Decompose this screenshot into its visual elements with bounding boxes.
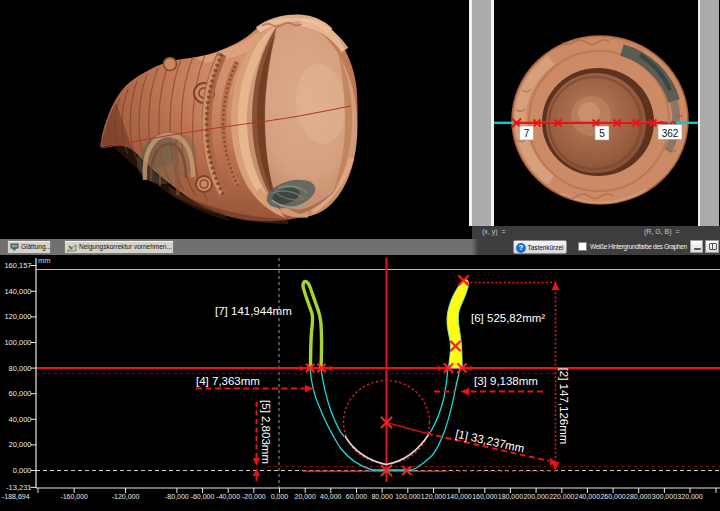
svg-text:80,000: 80,000 (9, 364, 32, 373)
svg-text:-13,231: -13,231 (6, 483, 31, 492)
svg-text:220,000: 220,000 (549, 493, 574, 500)
svg-text:120,000: 120,000 (4, 312, 31, 321)
svg-text:60,000: 60,000 (9, 389, 32, 398)
svg-text:5: 5 (599, 128, 605, 139)
svg-text:160,157: 160,157 (4, 261, 31, 270)
svg-text:100,000: 100,000 (4, 338, 31, 347)
svg-text:260,000: 260,000 (600, 493, 625, 500)
svg-text:200,000: 200,000 (523, 493, 548, 500)
svg-text:20,000: 20,000 (9, 440, 32, 449)
svg-text:160,000: 160,000 (472, 493, 497, 500)
svg-text:[3] 9,138mm: [3] 9,138mm (474, 375, 538, 387)
svg-text:-188,694: -188,694 (2, 493, 30, 500)
svg-text:[7] 141,944mm: [7] 141,944mm (215, 305, 292, 317)
svg-text:140,000: 140,000 (446, 493, 471, 500)
svg-text:-60,000: -60,000 (191, 493, 215, 500)
svg-text:80,000: 80,000 (371, 493, 393, 500)
svg-text:40,000: 40,000 (320, 493, 342, 500)
svg-text:[4] 7,363mm: [4] 7,363mm (196, 375, 260, 387)
svg-text:140,000: 140,000 (4, 287, 31, 296)
svg-text:-80,000: -80,000 (165, 493, 189, 500)
svg-text:[2] 147,126mm: [2] 147,126mm (558, 368, 570, 445)
svg-text:0,000: 0,000 (13, 466, 32, 475)
svg-text:-20,000: -20,000 (242, 493, 266, 500)
svg-text:100,000: 100,000 (395, 493, 420, 500)
svg-text:40,000: 40,000 (9, 415, 32, 424)
svg-text:120,000: 120,000 (421, 493, 446, 500)
svg-text:mm: mm (38, 256, 51, 265)
svg-text:[6] 525,82mm²: [6] 525,82mm² (471, 312, 545, 324)
svg-text:300,000: 300,000 (652, 493, 677, 500)
svg-text:240,000: 240,000 (575, 493, 600, 500)
svg-text:280,000: 280,000 (626, 493, 651, 500)
svg-text:0,000: 0,000 (271, 493, 289, 500)
svg-text:-160,000: -160,000 (60, 493, 88, 500)
svg-text:60,000: 60,000 (346, 493, 368, 500)
svg-text:180,000: 180,000 (498, 493, 523, 500)
svg-text:[5] 2,803mm: [5] 2,803mm (260, 400, 272, 464)
svg-text:-120,000: -120,000 (112, 493, 140, 500)
svg-text:7: 7 (524, 128, 530, 139)
svg-text:-40,000: -40,000 (216, 493, 240, 500)
svg-text:20,000: 20,000 (294, 493, 316, 500)
svg-text:320,000: 320,000 (677, 493, 702, 500)
svg-text:362: 362 (662, 128, 679, 139)
